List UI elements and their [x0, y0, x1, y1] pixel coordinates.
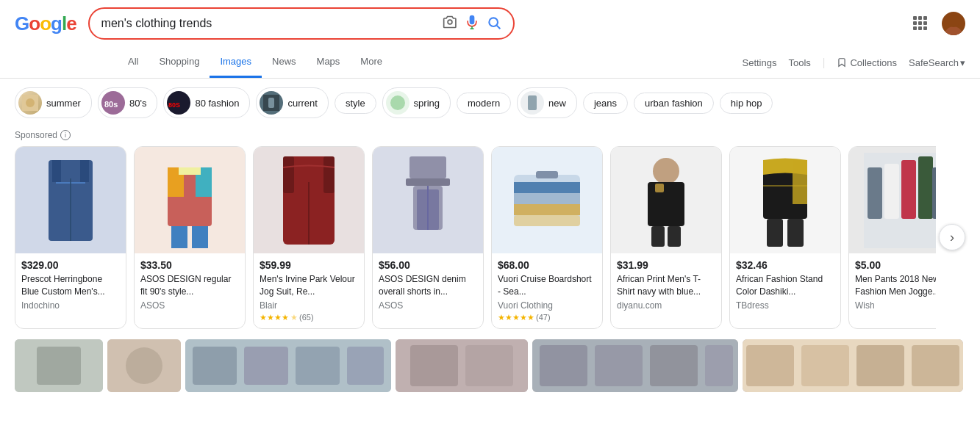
nav-bar: All Shopping Images News Maps More Setti…	[0, 47, 980, 79]
nav-item-more[interactable]: More	[350, 47, 393, 78]
chip-jeans[interactable]: jeans	[583, 93, 628, 114]
nav-tools[interactable]: Tools	[788, 57, 810, 68]
product-card-4[interactable]: $56.00 ASOS DESIGN denim overall shorts …	[372, 146, 484, 329]
svg-rect-51	[514, 204, 580, 215]
chip-80fashion[interactable]: 80S 80 fashion	[163, 87, 250, 118]
svg-rect-27	[528, 95, 537, 110]
nav-item-news[interactable]: News	[262, 47, 307, 78]
nav-item-images[interactable]: Images	[210, 47, 262, 78]
svg-rect-10	[923, 21, 927, 25]
svg-rect-64	[868, 167, 882, 219]
svg-rect-66	[901, 160, 916, 219]
nav-settings[interactable]: Settings	[742, 57, 776, 68]
product-grid: $329.00 Prescot Herringbone Blue Custom …	[15, 146, 936, 329]
grid-apps-button[interactable]	[909, 12, 930, 35]
svg-point-14	[945, 26, 962, 35]
chip-current[interactable]: current	[256, 87, 328, 118]
collections-button[interactable]: Collections	[837, 57, 897, 68]
svg-rect-9	[918, 21, 922, 25]
chip-urban-fashion-label: urban fashion	[645, 98, 703, 109]
svg-rect-23	[268, 98, 274, 108]
svg-rect-57	[668, 226, 681, 247]
google-logo[interactable]: Google	[15, 12, 76, 35]
product-store-1: Indochino	[21, 300, 120, 311]
chip-hip-hop-label: hip hop	[731, 98, 762, 109]
chip-modern-label: modern	[468, 98, 500, 109]
thumb-2[interactable]	[107, 339, 181, 392]
svg-rect-65	[884, 164, 899, 219]
thumb-1[interactable]	[15, 339, 103, 392]
scroll-next-button[interactable]: ›	[939, 224, 965, 250]
product-card-3[interactable]: $59.99 Men's Irvine Park Velour Jog Suit…	[253, 146, 365, 329]
product-price-6: $31.99	[617, 259, 715, 271]
product-rating-3: ★★★★★ (65)	[260, 313, 358, 322]
product-name-7: African Fashion Stand Color Dashiki...	[736, 273, 834, 298]
svg-rect-68	[932, 167, 936, 219]
product-name-4: ASOS DESIGN denim overall shorts in...	[379, 273, 477, 298]
svg-rect-83	[595, 345, 643, 386]
svg-rect-43	[409, 156, 446, 178]
product-card-5[interactable]: $68.00 Vuori Cruise Boardshort - Sea... …	[491, 146, 603, 329]
svg-rect-53	[536, 171, 558, 178]
svg-rect-50	[514, 193, 580, 204]
thumb-5[interactable]	[532, 339, 738, 392]
svg-rect-40	[283, 156, 294, 193]
svg-rect-79	[410, 345, 458, 386]
product-store-3: Blair	[260, 300, 358, 311]
thumb-3[interactable]	[185, 339, 391, 392]
product-store-4: ASOS	[379, 300, 477, 311]
chevron-down-icon: ▾	[960, 57, 965, 68]
chip-80s[interactable]: 80s 80's	[98, 87, 157, 118]
nav-item-all[interactable]: All	[118, 47, 149, 78]
svg-rect-58	[655, 184, 664, 192]
svg-rect-5	[913, 16, 917, 20]
safe-search-button[interactable]: SafeSearch ▾	[909, 57, 965, 68]
chip-jeans-label: jeans	[594, 98, 617, 109]
bottom-thumbnails	[15, 339, 965, 392]
nav-item-shopping[interactable]: Shopping	[149, 47, 210, 78]
svg-rect-41	[323, 156, 335, 193]
chip-spring[interactable]: spring	[382, 87, 451, 118]
svg-rect-67	[918, 156, 933, 219]
svg-rect-84	[650, 345, 698, 386]
chip-urban-fashion[interactable]: urban fashion	[634, 93, 714, 114]
product-card-7[interactable]: $32.46 African Fashion Stand Color Dashi…	[729, 146, 841, 329]
camera-icon-button[interactable]	[443, 15, 457, 32]
product-store-2: ASOS	[140, 300, 239, 311]
mic-icon-button[interactable]	[465, 15, 479, 32]
product-card-6[interactable]: $31.99 African Print Men's T-Shirt navy …	[610, 146, 722, 329]
svg-rect-55	[648, 182, 684, 226]
svg-line-4	[496, 25, 500, 29]
product-price-8: $5.00	[855, 259, 936, 271]
svg-text:80S: 80S	[168, 101, 180, 109]
svg-rect-90	[912, 345, 959, 386]
search-submit-button[interactable]	[487, 15, 501, 32]
svg-rect-13	[923, 26, 927, 30]
chip-80s-label: 80's	[129, 98, 146, 109]
chip-summer[interactable]: summer	[15, 87, 92, 118]
thumb-4[interactable]	[396, 339, 528, 392]
chip-style[interactable]: style	[335, 93, 376, 114]
svg-rect-56	[651, 226, 665, 247]
chip-modern[interactable]: modern	[457, 93, 511, 114]
chip-spring-label: spring	[414, 98, 440, 109]
svg-rect-77	[347, 347, 384, 385]
avatar[interactable]	[942, 12, 965, 35]
product-store-8: Wish	[855, 300, 936, 311]
svg-text:80s: 80s	[104, 100, 118, 109]
product-card-2[interactable]: $33.50 ASOS DESIGN regular fit 90's styl…	[134, 146, 246, 329]
chip-current-label: current	[287, 98, 317, 109]
search-input[interactable]	[101, 17, 435, 30]
header: Google	[0, 0, 980, 47]
product-card-1[interactable]: $329.00 Prescot Herringbone Blue Custom …	[15, 146, 126, 329]
chip-hip-hop[interactable]: hip hop	[720, 93, 773, 114]
product-card-8[interactable]: $5.00 Men Pants 2018 New Fashion Men Jog…	[848, 146, 936, 329]
chip-new[interactable]: new	[517, 87, 577, 118]
product-price-5: $68.00	[498, 259, 596, 271]
chip-80fashion-label: 80 fashion	[195, 98, 239, 109]
sponsored-info-icon[interactable]: i	[60, 130, 71, 140]
svg-rect-37	[171, 226, 187, 248]
thumb-6[interactable]	[743, 339, 963, 392]
nav-item-maps[interactable]: Maps	[307, 47, 351, 78]
svg-rect-82	[540, 345, 587, 386]
